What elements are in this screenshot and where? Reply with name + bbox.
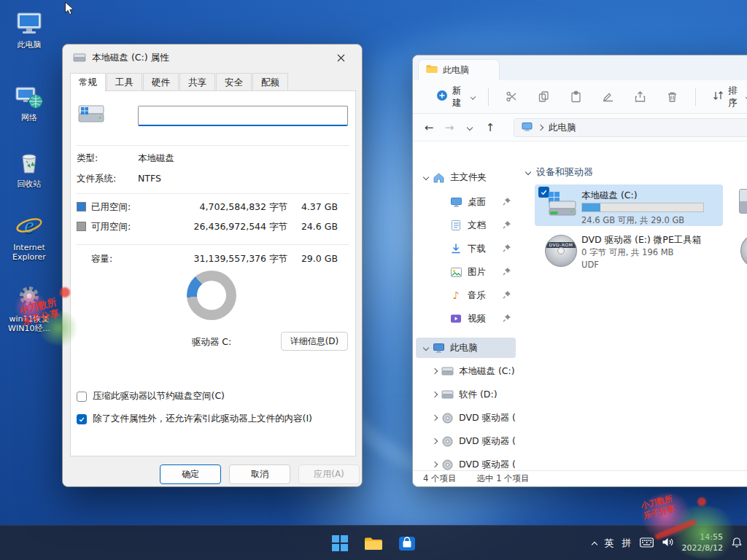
folder-icon [426,64,438,76]
sidebar-item-home[interactable]: 主文件夹 [416,167,516,187]
checkbox-checked[interactable] [77,414,87,424]
sort-button[interactable]: 排序 [708,85,747,109]
sidebar-item-pictures[interactable]: 图片 [416,262,516,282]
address-bar[interactable]: 此电脑 [514,118,747,137]
toolbar-divider [695,88,696,106]
capacity-bar-fill [582,203,600,211]
ime-mode-indicator[interactable]: 拼 [622,537,632,550]
paste-button[interactable] [564,85,589,109]
this-pc-small-icon [432,343,445,354]
capacity-donut [187,271,236,320]
store-taskbar-button[interactable] [392,529,422,558]
copy-button[interactable] [532,85,557,109]
compress-checkbox[interactable]: 压缩此驱动器以节约磁盘空间(C) [77,390,225,402]
delete-button[interactable] [659,85,684,109]
sort-icon [712,90,724,104]
chevron-up-icon [591,541,597,547]
close-button[interactable] [327,48,355,67]
computer-icon [522,122,533,133]
chevron-down-icon [423,345,429,351]
free-space-bytes: 26,436,972,544 字节 [173,221,287,233]
capacity-bar [581,203,704,212]
drive-small-icon [73,52,86,66]
cut-button[interactable] [500,85,525,109]
volume-icon[interactable] [662,537,674,550]
sidebar-item-drive-f[interactable]: DVD 驱动器 (F [416,431,516,451]
sidebar-item-music[interactable]: ♪ 音乐 [416,285,516,306]
start-button[interactable] [325,529,355,558]
chevron-down-icon [467,124,473,130]
sidebar-item-drive-g[interactable]: DVD 驱动器 (G [416,454,516,470]
capacity-size: 29.0 GB [290,253,338,264]
explorer-tab[interactable]: 此电脑 [418,59,500,80]
item-count: 4 个项目 [423,473,456,484]
desktop-icon-this-pc[interactable]: 此电脑 [1,9,57,50]
drive-name: 本地磁盘 (C:) [581,190,638,202]
ime-lang-indicator[interactable]: 英 [605,537,614,550]
sidebar-item-videos[interactable]: 视频 [416,308,516,329]
back-button[interactable]: ← [419,117,439,138]
desktop-icon-win11-restore[interactable]: win11恢复 WIN10经... [1,283,57,333]
drive-tile-dvd-e[interactable]: DVD-ROM DVD 驱动器 (E:) 微PE工具箱 0 字节 可用, 共 1… [535,230,723,272]
drive-name: DVD 驱动器 (E:) 微PE工具箱 [581,234,701,246]
rename-button[interactable] [595,85,620,109]
system-tray: 英 拼 14:55 2022/8/12 [592,526,743,560]
tab-sharing[interactable]: 共享 [179,73,215,91]
sidebar-item-this-pc[interactable]: 此电脑 [416,338,516,358]
tab-security[interactable]: 安全 [216,73,252,91]
drive-caption: 驱动器 C: [157,336,266,349]
navigation-pane: 主文件夹 桌面 文档 下载 图片 ♪ [413,141,519,470]
drive-icon [78,103,106,128]
sidebar-item-downloads[interactable]: 下载 [416,238,516,259]
share-button[interactable] [627,85,652,109]
type-label: 类型: [77,152,98,165]
pin-icon [503,267,511,278]
tray-chevron-button[interactable] [592,538,597,549]
tab-tools[interactable]: 工具 [107,73,142,91]
apply-button[interactable]: 应用(A) [298,464,360,484]
music-icon: ♪ [449,290,462,300]
dvd-disc-icon: DVD-ROM [545,235,577,267]
notification-bell-icon[interactable] [731,537,743,551]
explorer-window: 此电脑 新建 排序 ← → [412,55,747,487]
sidebar-item-desktop[interactable]: 桌面 [416,192,516,212]
explorer-content: 设备和驱动器 本地磁盘 (C:) 24.6 GB 可用, 共 29.0 GB D… [519,141,747,470]
sidebar-item-drive-e[interactable]: DVD 驱动器 (E [416,408,516,428]
ok-button[interactable]: 确定 [160,464,221,484]
forward-button[interactable]: → [439,117,460,138]
free-space-label: 可用空间: [91,221,131,233]
desktop-icon-network[interactable]: 网络 [1,82,57,122]
details-button[interactable]: 详细信息(D) [281,332,348,351]
dialog-tabs: 常规 工具 硬件 共享 安全 配额 [70,73,289,92]
up-button[interactable]: ↑ [480,117,500,138]
group-header-devices[interactable]: 设备和驱动器 [526,165,593,179]
tab-quota[interactable]: 配额 [252,73,288,91]
tab-general[interactable]: 常规 [70,73,106,92]
folder-icon [364,536,383,551]
sidebar-item-documents[interactable]: 文档 [416,215,516,236]
desktop-icon-recycle-bin[interactable]: 回收站 [1,148,57,189]
volume-name-input[interactable] [138,106,348,126]
dvd-icon [441,459,454,470]
recent-locations-button[interactable] [460,117,480,138]
tab-hardware[interactable]: 硬件 [143,73,179,91]
drive-tile-c[interactable]: 本地磁盘 (C:) 24.6 GB 可用, 共 29.0 GB [535,184,723,226]
pin-icon [503,220,511,231]
dialog-titlebar[interactable]: 本地磁盘 (C:) 属性 [63,44,362,69]
touch-keyboard-icon[interactable] [640,537,654,550]
explorer-titlebar[interactable]: 此电脑 [413,55,747,80]
desktop-icon-internet-explorer[interactable]: e Internet Explorer [1,211,57,262]
checkbox-unchecked[interactable] [77,392,87,402]
divider [77,145,349,146]
sidebar-item-drive-d[interactable]: 软件 (D:) [416,384,516,405]
sidebar-item-drive-c[interactable]: 本地磁盘 (C:) [416,361,516,381]
new-button[interactable]: 新建 [430,85,481,109]
index-checkbox[interactable]: 除了文件属性外，还允许索引此驱动器上文件的内容(I) [77,413,312,425]
clock[interactable]: 14:55 2022/8/12 [682,532,723,554]
cancel-button[interactable]: 取消 [229,464,290,484]
explorer-taskbar-button[interactable] [359,529,388,558]
breadcrumb[interactable]: 此电脑 [549,122,576,134]
chevron-right-icon [432,415,438,421]
general-tab-panel: 类型: 本地磁盘 文件系统: NTFS 已用空间: 4,702,584,832 … [70,90,356,456]
chevron-down-icon [470,94,476,100]
